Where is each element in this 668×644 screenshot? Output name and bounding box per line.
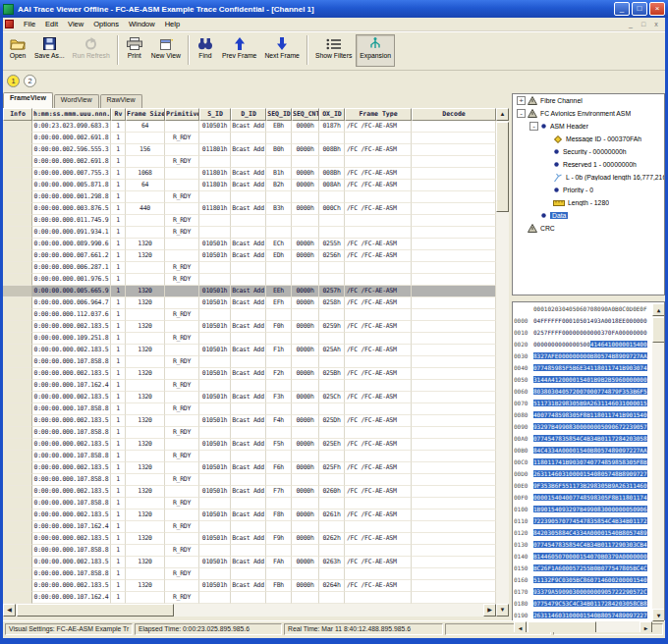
table-row[interactable]: 0:00:00.000.002.183.511320010501hBcast A…: [3, 345, 496, 356]
tab-frameview[interactable]: FrameView: [3, 92, 53, 108]
tree-node-priority-0[interactable]: Priority - 0: [513, 184, 664, 196]
hex-row-0010[interactable]: 00100257FFFF00000000000370FA00000000: [514, 327, 651, 339]
collapse-icon[interactable]: -: [529, 122, 538, 131]
table-row[interactable]: 0:00:00.000.107.858.81R_RDY: [3, 568, 496, 580]
toolbar-button-find[interactable]: Find: [193, 34, 218, 67]
toolbar-button-expansion[interactable]: Expansion: [356, 34, 395, 67]
scroll-left-icon[interactable]: ◀: [514, 621, 527, 633]
table-row[interactable]: 0:00:00.000.007.755.311068011801hBcast A…: [3, 168, 496, 180]
table-row[interactable]: 0:00:00.000.107.858.81R_RDY: [3, 427, 496, 439]
column-header-decode[interactable]: Decode: [412, 108, 496, 121]
table-row[interactable]: 0:00:00.000.005.665.911320010501hBcast A…: [3, 286, 496, 297]
scroll-up-icon[interactable]: ▲: [496, 108, 509, 121]
tree-node-security-00000000h[interactable]: Security - 00000000h: [513, 145, 664, 158]
toolbar-button-next-frame[interactable]: Next Frame: [260, 34, 304, 67]
table-hscroll-thumb[interactable]: [17, 604, 174, 617]
scroll-right-icon[interactable]: ▶: [640, 621, 652, 633]
menu-file[interactable]: File: [19, 19, 40, 29]
hex-row-0120[interactable]: 01208420305884C4334A00001540B8057489: [514, 527, 651, 539]
hex-vertical-scrollbar[interactable]: ▲ ▼: [652, 303, 665, 621]
table-row[interactable]: 0:00:23.023.090.683.3164010501hBcast Add…: [3, 121, 496, 133]
tree-node-asm-header[interactable]: -ASM Header: [513, 120, 664, 133]
table-row[interactable]: 0:00:00.000.002.183.511320010501hBcast A…: [3, 415, 496, 427]
menu-window[interactable]: Window: [124, 19, 160, 29]
scroll-left-icon[interactable]: ◀: [3, 604, 16, 617]
hex-row-0180[interactable]: 01800775479C53C4C34B0117284203058CB8: [514, 598, 651, 610]
view-badge-1[interactable]: 1: [7, 75, 20, 87]
hex-row-0090[interactable]: 009093297B49908300000005090672239057: [514, 421, 651, 433]
table-row[interactable]: 0:00:00.000.002.183.511320010501hBcast A…: [3, 368, 496, 380]
expand-icon[interactable]: +: [517, 96, 526, 105]
table-row[interactable]: 0:00:00.000.112.037.61R_RDY: [3, 309, 496, 321]
menu-edit[interactable]: Edit: [40, 19, 63, 29]
table-row[interactable]: 0:00:00.000.002.691.81R_RDY: [3, 156, 496, 168]
table-row[interactable]: 0:00:00.000.007.661.211320010501hBcast A…: [3, 250, 496, 262]
tab-rawview[interactable]: RawView: [100, 94, 142, 108]
column-header-seq-cnt[interactable]: SEQ_CNT: [292, 108, 319, 121]
hex-hscroll-thumb[interactable]: [528, 621, 596, 633]
column-header-h-mm-ss-mmm-uuu-nnn-n[interactable]: h:mm:ss.mmm.uuu.nnn.n: [32, 108, 111, 121]
table-row[interactable]: 0:00:00.000.002.183.511320010501hBcast A…: [3, 533, 496, 545]
toolbar-button-prev-frame[interactable]: Prev Frame: [218, 34, 261, 67]
hex-row-00C0[interactable]: 00C0118011741B9030740774859858305F8B: [514, 456, 651, 468]
table-row[interactable]: 0:00:00.000.109.251.81R_RDY: [3, 333, 496, 345]
table-row[interactable]: 0:00:00.000.107.858.81R_RDY: [3, 474, 496, 486]
table-row[interactable]: 0:00:00.000.107.858.81R_RDY: [3, 498, 496, 510]
table-horizontal-scrollbar[interactable]: ◀ ▶: [3, 604, 496, 617]
table-row[interactable]: 0:00:00.000.107.162.41R_RDY: [3, 592, 496, 604]
tab-wordview[interactable]: WordView: [54, 94, 99, 108]
table-row[interactable]: 0:00:00.000.005.871.8164011801hBcast Add…: [3, 180, 496, 191]
column-header-info[interactable]: Info: [3, 108, 32, 121]
mdi-close-button[interactable]: x: [651, 21, 661, 27]
tree-node-length-1280[interactable]: Length - 1280: [513, 196, 664, 209]
toolbar-button-save-as[interactable]: Save As...: [30, 34, 69, 67]
table-row[interactable]: 0:00:00.000.003.876.51440011801hBcast Ad…: [3, 203, 496, 215]
mdi-restore-button[interactable]: □: [639, 21, 648, 27]
table-row[interactable]: 0:00:00.000.002.183.511320010501hBcast A…: [3, 462, 496, 474]
hex-row-0020[interactable]: 002000000000000005004146410000015400: [514, 339, 651, 350]
hex-horizontal-scrollbar[interactable]: ◀ ▶: [514, 621, 652, 633]
table-row[interactable]: 0:00:00.000.002.691.81R_RDY: [3, 133, 496, 144]
table-row[interactable]: 0:00:00.000.107.858.81R_RDY: [3, 356, 496, 368]
hex-row-0000[interactable]: 000004FFFFFF00010501493A0018EE000000: [514, 315, 651, 327]
hex-row-0110[interactable]: 0110722390570774547835854C4B34B01172: [514, 515, 651, 527]
menu-help[interactable]: Help: [160, 19, 185, 29]
hex-row-00A0[interactable]: 00A00774547835854C4B34B0117284203058: [514, 433, 651, 445]
hex-row-0080[interactable]: 00804007748598305F8B118011741B901540: [514, 409, 651, 421]
table-row[interactable]: 0:00:00.000.091.934.11R_RDY: [3, 227, 496, 239]
table-row[interactable]: 0:00:00.000.001.298.81R_RDY: [3, 191, 496, 203]
hex-row-0030[interactable]: 00308327AFE000000000B80574B8909727AA: [514, 350, 651, 362]
tree-node-l-0b-payload-length-16-777-216-bytes[interactable]: L - 0b (Payload length 16,777,216 Bytes): [513, 171, 664, 184]
table-row[interactable]: 0:00:00.000.002.183.511320010501hBcast A…: [3, 321, 496, 333]
toolbar-button-run-refresh[interactable]: Run Refresh: [69, 34, 114, 67]
toolbar-button-open[interactable]: Open: [5, 34, 30, 67]
tree-node-reserved-1-00000000h[interactable]: Reserved 1 - 00000000h: [513, 158, 664, 171]
tree-node-fibre-channel[interactable]: +Fibre Channel: [513, 94, 664, 107]
hex-row-0040[interactable]: 0040077485985F5B6E34118011741B903074: [514, 362, 651, 374]
hex-row-0150[interactable]: 0150BC26F1A600057255B0B077547805BC4C: [514, 563, 651, 574]
scroll-down-icon[interactable]: ▼: [652, 609, 665, 621]
menu-options[interactable]: Options: [88, 19, 124, 29]
tree-node-fc-avionics-environment-asm[interactable]: -FC Avionics Environment ASM: [513, 107, 664, 120]
toolbar-button-show-filters[interactable]: Show Filters: [311, 34, 356, 67]
hex-row-0190[interactable]: 0190263114603100001540B8057489097227: [514, 610, 651, 619]
minimize-button[interactable]: _: [614, 2, 630, 16]
scroll-down-icon[interactable]: ▼: [496, 604, 509, 617]
table-row[interactable]: 0:00:00.000.107.162.41R_RDY: [3, 380, 496, 392]
hex-row-00F0[interactable]: 00F0000015404007748598305F8B11801174: [514, 492, 651, 504]
collapse-icon[interactable]: -: [517, 109, 526, 118]
hex-dump[interactable]: 000102030405060708090A0B0C0D0E0F000004FF…: [514, 303, 651, 619]
tree-node-crc[interactable]: CRC: [513, 222, 664, 235]
scroll-right-icon[interactable]: ▶: [483, 604, 496, 617]
hex-vscroll-thumb[interactable]: [652, 317, 665, 343]
hex-row-0070[interactable]: 0070511731B298305B9A2631146031000015: [514, 398, 651, 409]
hex-row-00E0[interactable]: 00E09F353B6F551173B298305B9A26311460: [514, 480, 651, 492]
column-header-ox-id[interactable]: OX_ID: [319, 108, 345, 121]
hex-row-00B0[interactable]: 00B084C4334A00001540B8057489097227AA: [514, 445, 651, 456]
table-row[interactable]: 0:00:00.000.107.858.81R_RDY: [3, 451, 496, 462]
hex-row-00D0[interactable]: 00D0263114603100001540805748B8909727: [514, 468, 651, 480]
scroll-up-icon[interactable]: ▲: [652, 303, 665, 316]
table-row[interactable]: 0:00:00.000.002.183.511320010501hBcast A…: [3, 439, 496, 451]
hex-row-0100[interactable]: 01001B90154093297B499083000000050906: [514, 504, 651, 515]
table-row[interactable]: 0:00:00.000.002.183.511320010501hBcast A…: [3, 392, 496, 403]
